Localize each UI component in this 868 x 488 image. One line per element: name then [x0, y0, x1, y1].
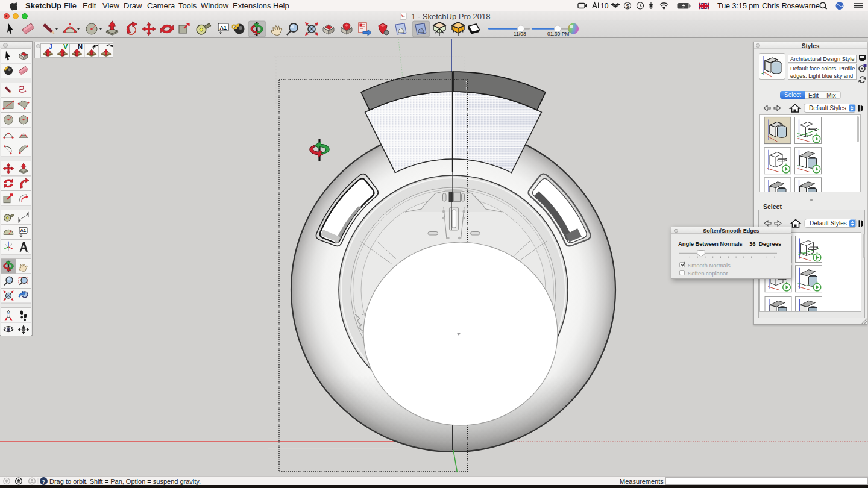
svg-text:J: J [49, 43, 52, 50]
svg-text:A1: A1 [20, 228, 27, 233]
svg-text:Default Styles: Default Styles [809, 105, 846, 111]
svg-text:V: V [63, 43, 68, 50]
svg-text:01:30 PM: 01:30 PM [547, 31, 569, 37]
svg-text:10: 10 [600, 2, 609, 10]
svg-text:Default Styles: Default Styles [810, 220, 847, 227]
svg-text:Chris Rosewarne: Chris Rosewarne [762, 2, 820, 10]
svg-text:11/08: 11/08 [514, 31, 526, 37]
svg-text:A1: A1 [220, 25, 227, 31]
svg-text:S: S [626, 3, 629, 9]
svg-text:Tue 3:15 pm: Tue 3:15 pm [717, 2, 760, 10]
svg-text:N: N [78, 43, 83, 50]
